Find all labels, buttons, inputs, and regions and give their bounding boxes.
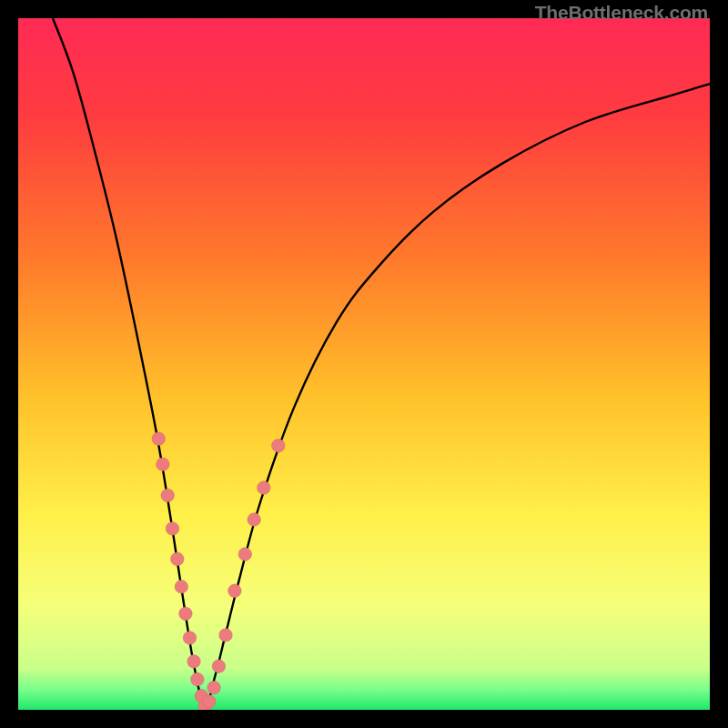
data-point xyxy=(219,629,232,642)
data-point xyxy=(152,432,165,445)
data-point xyxy=(191,672,204,685)
data-point xyxy=(166,522,178,535)
data-point xyxy=(171,552,184,565)
bottleneck-chart xyxy=(18,18,710,710)
data-point xyxy=(228,584,241,597)
data-point xyxy=(258,481,270,494)
data-point xyxy=(183,632,196,644)
data-point xyxy=(248,513,260,526)
data-point xyxy=(272,439,285,451)
chart-frame xyxy=(18,18,710,710)
data-point xyxy=(157,458,169,470)
data-point xyxy=(187,655,200,668)
data-point xyxy=(203,695,216,708)
data-point xyxy=(179,607,192,620)
data-point xyxy=(207,681,220,693)
gradient-background xyxy=(18,18,710,710)
data-point xyxy=(161,489,174,501)
data-point xyxy=(175,581,187,593)
data-point xyxy=(212,660,225,672)
watermark-text: TheBottleneck.com xyxy=(535,2,708,24)
data-point xyxy=(238,548,251,561)
